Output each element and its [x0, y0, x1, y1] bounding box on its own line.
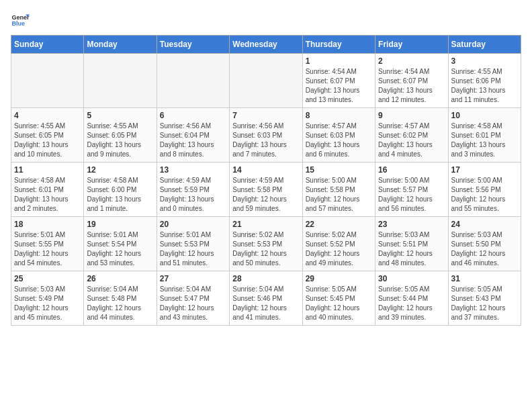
day-number: 10: [451, 111, 518, 120]
calendar-cell: [84, 54, 157, 108]
day-number: 18: [14, 220, 81, 229]
day-info: Sunrise: 4:54 AM Sunset: 6:07 PM Dayligh…: [306, 67, 372, 105]
day-number: 29: [306, 274, 372, 283]
calendar-cell: 24Sunrise: 5:03 AM Sunset: 5:50 PM Dayli…: [448, 217, 521, 271]
day-number: 30: [378, 274, 445, 283]
day-info: Sunrise: 5:03 AM Sunset: 5:51 PM Dayligh…: [378, 230, 445, 268]
calendar-cell: 26Sunrise: 5:04 AM Sunset: 5:48 PM Dayli…: [84, 271, 157, 326]
calendar-cell: 8Sunrise: 4:57 AM Sunset: 6:03 PM Daylig…: [302, 108, 375, 163]
weekday-header-monday: Monday: [84, 36, 157, 54]
day-info: Sunrise: 4:55 AM Sunset: 6:05 PM Dayligh…: [14, 122, 81, 159]
day-number: 8: [306, 111, 372, 120]
calendar-cell: 17Sunrise: 5:00 AM Sunset: 5:56 PM Dayli…: [448, 163, 521, 217]
day-info: Sunrise: 4:56 AM Sunset: 6:03 PM Dayligh…: [232, 122, 299, 159]
day-number: 23: [378, 220, 445, 229]
day-number: 15: [306, 165, 372, 175]
day-info: Sunrise: 4:57 AM Sunset: 6:02 PM Dayligh…: [378, 122, 445, 159]
calendar-cell: 9Sunrise: 4:57 AM Sunset: 6:02 PM Daylig…: [375, 108, 448, 163]
calendar-cell: 4Sunrise: 4:55 AM Sunset: 6:05 PM Daylig…: [11, 108, 84, 163]
day-info: Sunrise: 4:59 AM Sunset: 5:58 PM Dayligh…: [232, 176, 299, 214]
calendar-cell: 30Sunrise: 5:05 AM Sunset: 5:44 PM Dayli…: [375, 271, 448, 326]
day-info: Sunrise: 5:02 AM Sunset: 5:52 PM Dayligh…: [306, 230, 372, 268]
day-info: Sunrise: 5:03 AM Sunset: 5:49 PM Dayligh…: [14, 285, 81, 322]
calendar-week-5: 25Sunrise: 5:03 AM Sunset: 5:49 PM Dayli…: [11, 271, 521, 326]
day-info: Sunrise: 5:02 AM Sunset: 5:53 PM Dayligh…: [232, 230, 299, 268]
day-number: 20: [160, 220, 226, 229]
header: General Blue: [11, 11, 521, 30]
day-info: Sunrise: 4:59 AM Sunset: 5:59 PM Dayligh…: [160, 176, 226, 214]
day-info: Sunrise: 5:01 AM Sunset: 5:53 PM Dayligh…: [160, 230, 226, 268]
day-number: 6: [160, 111, 226, 120]
day-info: Sunrise: 5:00 AM Sunset: 5:57 PM Dayligh…: [378, 176, 445, 214]
day-info: Sunrise: 4:54 AM Sunset: 6:07 PM Dayligh…: [378, 67, 445, 105]
logo-icon: General Blue: [11, 11, 30, 30]
day-number: 19: [87, 220, 153, 229]
day-info: Sunrise: 5:05 AM Sunset: 5:45 PM Dayligh…: [306, 285, 372, 322]
calendar-cell: 10Sunrise: 4:58 AM Sunset: 6:01 PM Dayli…: [448, 108, 521, 163]
calendar-cell: 20Sunrise: 5:01 AM Sunset: 5:53 PM Dayli…: [157, 217, 229, 271]
calendar-cell: 27Sunrise: 5:04 AM Sunset: 5:47 PM Dayli…: [157, 271, 229, 326]
day-number: 3: [451, 56, 518, 66]
day-number: 31: [451, 274, 518, 283]
calendar-cell: 22Sunrise: 5:02 AM Sunset: 5:52 PM Dayli…: [302, 217, 375, 271]
day-info: Sunrise: 4:58 AM Sunset: 6:01 PM Dayligh…: [451, 122, 518, 159]
calendar-cell: 6Sunrise: 4:56 AM Sunset: 6:04 PM Daylig…: [157, 108, 229, 163]
day-info: Sunrise: 5:05 AM Sunset: 5:43 PM Dayligh…: [451, 285, 518, 322]
day-info: Sunrise: 4:57 AM Sunset: 6:03 PM Dayligh…: [306, 122, 372, 159]
weekday-header-saturday: Saturday: [448, 36, 521, 54]
day-info: Sunrise: 4:55 AM Sunset: 6:06 PM Dayligh…: [451, 67, 518, 105]
day-number: 1: [306, 56, 372, 66]
day-number: 2: [378, 56, 445, 66]
day-number: 7: [232, 111, 299, 120]
weekday-header-friday: Friday: [375, 36, 448, 54]
calendar-cell: 5Sunrise: 4:55 AM Sunset: 6:05 PM Daylig…: [84, 108, 157, 163]
calendar-cell: [11, 54, 84, 108]
day-number: 16: [378, 165, 445, 175]
calendar-week-2: 4Sunrise: 4:55 AM Sunset: 6:05 PM Daylig…: [11, 108, 521, 163]
logo: General Blue: [11, 11, 30, 30]
day-info: Sunrise: 4:56 AM Sunset: 6:04 PM Dayligh…: [160, 122, 226, 159]
calendar-week-3: 11Sunrise: 4:58 AM Sunset: 6:01 PM Dayli…: [11, 163, 521, 217]
day-number: 17: [451, 165, 518, 175]
svg-text:Blue: Blue: [11, 20, 25, 27]
calendar-cell: 21Sunrise: 5:02 AM Sunset: 5:53 PM Dayli…: [230, 217, 302, 271]
calendar-cell: 19Sunrise: 5:01 AM Sunset: 5:54 PM Dayli…: [84, 217, 157, 271]
calendar-cell: 25Sunrise: 5:03 AM Sunset: 5:49 PM Dayli…: [11, 271, 84, 326]
day-number: 28: [232, 274, 299, 283]
calendar-cell: 11Sunrise: 4:58 AM Sunset: 6:01 PM Dayli…: [11, 163, 84, 217]
weekday-header-wednesday: Wednesday: [230, 36, 302, 54]
day-info: Sunrise: 5:01 AM Sunset: 5:55 PM Dayligh…: [14, 230, 81, 268]
weekday-header-thursday: Thursday: [302, 36, 375, 54]
day-info: Sunrise: 5:04 AM Sunset: 5:48 PM Dayligh…: [87, 285, 153, 322]
day-info: Sunrise: 5:05 AM Sunset: 5:44 PM Dayligh…: [378, 285, 445, 322]
day-number: 9: [378, 111, 445, 120]
day-number: 14: [232, 165, 299, 175]
calendar-cell: 28Sunrise: 5:04 AM Sunset: 5:46 PM Dayli…: [230, 271, 302, 326]
calendar-cell: 14Sunrise: 4:59 AM Sunset: 5:58 PM Dayli…: [230, 163, 302, 217]
calendar-cell: 12Sunrise: 4:58 AM Sunset: 6:00 PM Dayli…: [84, 163, 157, 217]
calendar-cell: 29Sunrise: 5:05 AM Sunset: 5:45 PM Dayli…: [302, 271, 375, 326]
calendar-cell: 3Sunrise: 4:55 AM Sunset: 6:06 PM Daylig…: [448, 54, 521, 108]
calendar-cell: 18Sunrise: 5:01 AM Sunset: 5:55 PM Dayli…: [11, 217, 84, 271]
calendar-table: SundayMondayTuesdayWednesdayThursdayFrid…: [11, 35, 521, 326]
calendar-cell: 7Sunrise: 4:56 AM Sunset: 6:03 PM Daylig…: [230, 108, 302, 163]
day-number: 24: [451, 220, 518, 229]
calendar-week-4: 18Sunrise: 5:01 AM Sunset: 5:55 PM Dayli…: [11, 217, 521, 271]
day-info: Sunrise: 5:00 AM Sunset: 5:58 PM Dayligh…: [306, 176, 372, 214]
day-number: 13: [160, 165, 226, 175]
day-number: 26: [87, 274, 153, 283]
day-info: Sunrise: 5:00 AM Sunset: 5:56 PM Dayligh…: [451, 176, 518, 214]
day-number: 5: [87, 111, 153, 120]
weekday-header-tuesday: Tuesday: [157, 36, 229, 54]
calendar-cell: 23Sunrise: 5:03 AM Sunset: 5:51 PM Dayli…: [375, 217, 448, 271]
day-number: 12: [87, 165, 153, 175]
calendar-cell: 2Sunrise: 4:54 AM Sunset: 6:07 PM Daylig…: [375, 54, 448, 108]
day-info: Sunrise: 5:04 AM Sunset: 5:46 PM Dayligh…: [232, 285, 299, 322]
day-info: Sunrise: 5:04 AM Sunset: 5:47 PM Dayligh…: [160, 285, 226, 322]
day-number: 27: [160, 274, 226, 283]
day-number: 4: [14, 111, 81, 120]
day-number: 25: [14, 274, 81, 283]
weekday-header-sunday: Sunday: [11, 36, 84, 54]
calendar-cell: 15Sunrise: 5:00 AM Sunset: 5:58 PM Dayli…: [302, 163, 375, 217]
calendar-cell: 16Sunrise: 5:00 AM Sunset: 5:57 PM Dayli…: [375, 163, 448, 217]
